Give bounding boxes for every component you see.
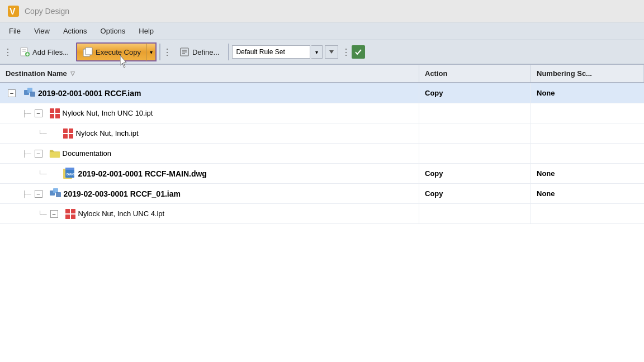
rule-set-dropdown[interactable]: ▾ <box>311 45 323 59</box>
svg-rect-36 <box>65 215 70 219</box>
name-cell: └─ – Nylock Nut, Inch UNC 4.ipt <box>0 204 419 223</box>
toolbar: ⋮ Add Files... Execute Copy ▾ ⋮ <box>0 40 644 65</box>
action-cell: Copy <box>419 184 531 203</box>
part-icon <box>63 128 74 139</box>
execute-copy-label: Execute Copy <box>96 48 141 56</box>
action-cell <box>419 103 531 123</box>
numbering-value: None <box>537 189 555 198</box>
tree-toggle[interactable]: – <box>35 109 42 117</box>
toolbar-grip-2: ⋮ <box>163 42 172 61</box>
menu-bar: File View Actions Options Help <box>0 22 644 40</box>
action-cell: Copy <box>419 164 531 183</box>
add-files-button[interactable]: Add Files... <box>13 42 75 61</box>
execute-copy-dropdown[interactable]: ▾ <box>146 42 157 61</box>
svg-text:V: V <box>10 7 16 16</box>
menu-help[interactable]: Help <box>132 25 160 37</box>
green-action-icon[interactable] <box>352 45 365 59</box>
table-row[interactable]: ├─ – Nylock Nut, Inch UNC 10.ipt <box>0 103 644 123</box>
file-tree-table: Destination Name ▽ Action Numbering Sc..… <box>0 65 644 362</box>
svg-rect-26 <box>69 134 73 139</box>
svg-rect-23 <box>63 128 68 133</box>
table-row[interactable]: ├─ – 2019-02-003-0001 RCCF_01.iam Copy N… <box>0 184 644 204</box>
action-value: Copy <box>425 189 443 198</box>
name-cell: ├─ – Documentation <box>0 144 419 163</box>
svg-marker-15 <box>329 50 334 54</box>
action-value: Copy <box>425 89 443 97</box>
svg-rect-34 <box>65 209 70 213</box>
tree-toggle[interactable]: – <box>50 210 58 218</box>
tree-branch-icon: ├─ <box>22 190 31 197</box>
assembly-icon <box>23 87 36 99</box>
destination-name-header: Destination Name ▽ <box>0 65 419 82</box>
action-value: Copy <box>425 169 443 178</box>
name-cell: ├─ – 2019-02-003-0001 RCCF_01.iam <box>0 184 419 203</box>
table-row[interactable]: └─ DWG 2019-02-001-0001 RCCF-MAIN.dwg Co… <box>0 164 644 184</box>
svg-rect-35 <box>71 209 75 213</box>
svg-rect-25 <box>63 134 68 139</box>
action-cell <box>419 144 531 163</box>
svg-rect-37 <box>71 215 75 219</box>
menu-actions[interactable]: Actions <box>56 25 94 37</box>
numbering-cell <box>531 123 644 143</box>
action-cell <box>419 204 531 223</box>
menu-file[interactable]: File <box>2 25 27 37</box>
toolbar-grip-1: ⋮ <box>3 42 12 61</box>
assembly-icon <box>49 188 61 200</box>
svg-rect-22 <box>55 114 60 118</box>
action-cell: Copy <box>419 83 531 103</box>
svg-rect-9 <box>86 47 92 55</box>
copy-icon <box>83 47 93 57</box>
filter-icon[interactable]: ▽ <box>70 70 75 77</box>
svg-text:DWG: DWG <box>67 173 75 176</box>
rule-set-extra[interactable] <box>325 45 338 59</box>
numbering-cell: None <box>531 184 644 203</box>
tree-toggle[interactable]: – <box>35 150 42 158</box>
name-cell: – 2019-02-001-0001 RCCF.iam <box>0 83 419 103</box>
execute-copy-button[interactable]: Execute Copy <box>76 42 146 61</box>
rule-set-label: Default Rule Set <box>236 48 285 56</box>
down-arrow-icon <box>328 49 335 55</box>
main-content: Destination Name ▽ Action Numbering Sc..… <box>0 65 644 362</box>
tree-branch-icon: └─ <box>38 170 47 177</box>
numbering-cell <box>531 204 644 223</box>
svg-rect-24 <box>69 128 73 133</box>
table-row[interactable]: └─ – Nylock Nut, Inch UNC 4.ipt <box>0 204 644 224</box>
file-name-label: Nylock Nut, Inch UNC 10.ipt <box>63 109 153 117</box>
svg-rect-18 <box>30 92 35 97</box>
table-row[interactable]: – 2019-02-001-0001 RCCF.iam Copy None <box>0 83 644 103</box>
part-icon <box>49 108 60 119</box>
rule-set-input[interactable]: Default Rule Set <box>232 45 310 59</box>
file-name-label: 2019-02-001-0001 RCCF.iam <box>38 89 141 98</box>
svg-rect-29 <box>65 168 74 170</box>
file-name-label: Nylock Nut, Inch UNC 4.ipt <box>78 209 165 218</box>
numbering-cell: None <box>531 83 644 103</box>
table-header-row: Destination Name ▽ Action Numbering Sc..… <box>0 65 644 83</box>
file-name-label: 2019-02-001-0001 RCCF-MAIN.dwg <box>78 169 207 178</box>
define-button[interactable]: Define... <box>173 42 225 61</box>
tree-branch-icon: ├─ <box>22 150 31 157</box>
table-row[interactable]: └─ Nylock Nut, Inch.ipt <box>0 123 644 144</box>
toolbar-grip-3: ⋮ <box>342 42 351 61</box>
svg-rect-21 <box>50 114 54 118</box>
numbering-value: None <box>537 169 555 178</box>
toolbar-sep-2 <box>228 44 229 60</box>
tree-toggle[interactable]: – <box>8 89 16 97</box>
menu-options[interactable]: Options <box>94 25 132 37</box>
tree-toggle[interactable]: – <box>35 190 42 198</box>
menu-view[interactable]: View <box>27 25 56 37</box>
tree-branch-icon: ├─ <box>22 110 31 117</box>
svg-rect-33 <box>56 192 61 197</box>
folder-icon <box>49 149 60 159</box>
svg-rect-19 <box>50 108 54 113</box>
table-row[interactable]: ├─ – Documentation <box>0 144 644 164</box>
numbering-header: Numbering Sc... <box>531 65 644 82</box>
toolbar-sep-1 <box>159 44 160 60</box>
numbering-cell <box>531 144 644 163</box>
tree-branch-icon: └─ <box>38 130 47 137</box>
add-files-label: Add Files... <box>32 48 69 56</box>
numbering-value: None <box>537 89 555 97</box>
checkmark-icon <box>354 47 363 56</box>
part-icon <box>65 208 76 220</box>
action-cell <box>419 123 531 143</box>
file-name-label: Documentation <box>63 149 111 158</box>
